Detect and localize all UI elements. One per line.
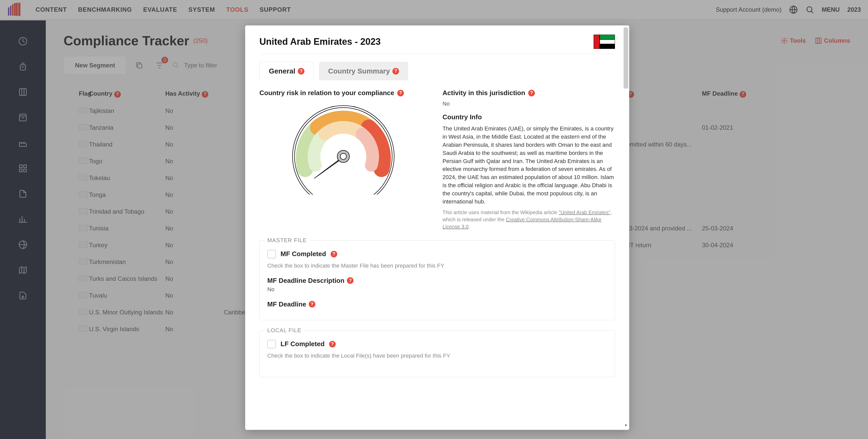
help-icon[interactable]: ? (347, 277, 353, 284)
wiki-link[interactable]: "United Arab Emirates" (559, 210, 610, 215)
svg-rect-16 (600, 35, 615, 39)
lf-completed-checkbox[interactable] (267, 340, 276, 348)
scroll-thumb[interactable] (624, 28, 628, 89)
help-icon[interactable]: ? (298, 68, 304, 74)
risk-gauge (259, 100, 427, 202)
local-file-section: LOCAL FILE LF Completed ? Check the box … (259, 331, 615, 377)
mf-completed-checkbox[interactable] (267, 250, 276, 258)
master-file-section: MASTER FILE MF Completed ? Check the box… (259, 240, 615, 320)
modal-header: United Arab Emirates - 2023 (245, 25, 629, 54)
modal-title: United Arab Emirates - 2023 (259, 36, 381, 47)
modal-body: General? Country Summary? Country risk i… (245, 54, 629, 387)
risk-label: Country risk in relation to your complia… (259, 89, 427, 97)
mf-desc-label: MF Deadline Description? (267, 277, 607, 285)
modal: United Arab Emirates - 2023 General? Cou… (245, 25, 629, 430)
svg-rect-15 (594, 35, 600, 49)
lf-completed-label: LF Completed (281, 340, 324, 348)
modal-scrollbar[interactable]: ▲ ▼ (623, 28, 629, 428)
activity-value: No (442, 100, 615, 107)
scroll-down-icon[interactable]: ▼ (624, 423, 628, 428)
tab-general[interactable]: General? (259, 62, 314, 81)
help-icon[interactable]: ? (528, 90, 535, 96)
mf-completed-label: MF Completed (281, 250, 326, 258)
help-icon[interactable]: ? (393, 68, 399, 74)
svg-rect-18 (600, 44, 615, 49)
mf-deadline-label: MF Deadline? (267, 301, 607, 308)
attribution: This article uses material from the Wiki… (442, 209, 615, 230)
local-file-legend: LOCAL FILE (265, 327, 304, 334)
mf-desc-value: No (267, 286, 607, 293)
help-icon[interactable]: ? (397, 90, 404, 96)
svg-point-23 (340, 153, 346, 159)
info-text: The United Arab Emirates (UAE), or simpl… (442, 125, 615, 206)
help-icon[interactable]: ? (331, 251, 337, 257)
lf-hint: Check the box to indicate the Local File… (267, 352, 607, 359)
uae-flag-icon (594, 35, 615, 49)
help-icon[interactable]: ? (329, 341, 336, 347)
info-label: Country Info (442, 113, 615, 121)
activity-label: Activity in this jurisdiction? (442, 89, 615, 97)
modal-tabs: General? Country Summary? (259, 62, 615, 81)
svg-rect-17 (600, 39, 615, 44)
tab-country-summary[interactable]: Country Summary? (319, 62, 408, 81)
help-icon[interactable]: ? (309, 301, 315, 308)
mf-hint: Check the box to indicate the Master Fil… (267, 262, 607, 269)
master-file-legend: MASTER FILE (265, 237, 309, 244)
